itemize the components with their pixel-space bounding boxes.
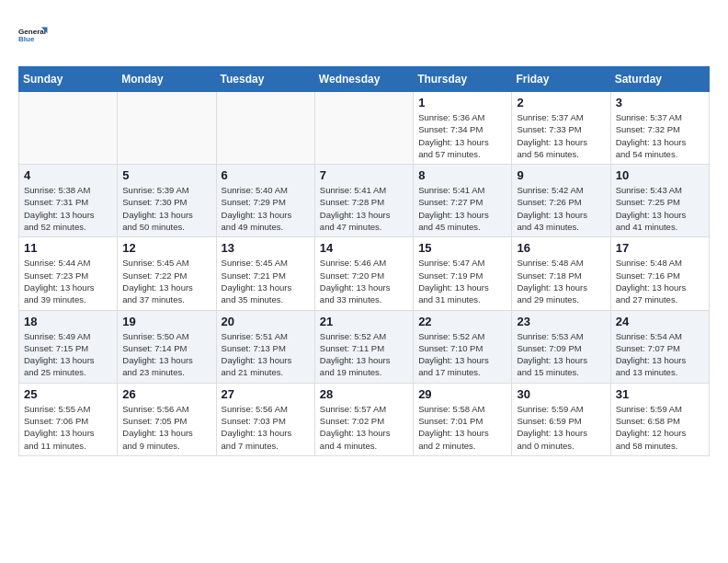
day-info: Sunrise: 5:59 AM Sunset: 6:59 PM Dayligh… xyxy=(517,403,605,452)
calendar-cell: 8Sunrise: 5:41 AM Sunset: 7:27 PM Daylig… xyxy=(414,165,512,237)
weekday-header: Thursday xyxy=(414,67,512,92)
calendar-cell: 23Sunrise: 5:53 AM Sunset: 7:09 PM Dayli… xyxy=(512,310,610,383)
weekday-header: Friday xyxy=(512,67,610,92)
calendar-cell: 31Sunrise: 5:59 AM Sunset: 6:58 PM Dayli… xyxy=(610,383,709,455)
calendar-week-row: 1Sunrise: 5:36 AM Sunset: 7:34 PM Daylig… xyxy=(19,92,710,165)
day-number: 4 xyxy=(24,168,112,182)
day-number: 25 xyxy=(24,387,112,401)
calendar-cell: 30Sunrise: 5:59 AM Sunset: 6:59 PM Dayli… xyxy=(512,383,610,455)
day-number: 1 xyxy=(418,96,506,109)
calendar-cell: 21Sunrise: 5:52 AM Sunset: 7:11 PM Dayli… xyxy=(314,310,413,383)
day-number: 3 xyxy=(616,96,704,109)
day-info: Sunrise: 5:45 AM Sunset: 7:22 PM Dayligh… xyxy=(122,257,210,305)
day-info: Sunrise: 5:49 AM Sunset: 7:15 PM Dayligh… xyxy=(24,330,112,379)
day-info: Sunrise: 5:52 AM Sunset: 7:11 PM Dayligh… xyxy=(320,330,408,379)
weekday-header: Tuesday xyxy=(216,67,314,92)
svg-text:Blue: Blue xyxy=(18,35,35,43)
day-info: Sunrise: 5:54 AM Sunset: 7:07 PM Dayligh… xyxy=(616,330,704,379)
logo-icon: GeneralBlue xyxy=(18,18,51,52)
calendar-cell: 7Sunrise: 5:41 AM Sunset: 7:28 PM Daylig… xyxy=(314,165,413,237)
day-number: 30 xyxy=(517,387,605,401)
day-number: 13 xyxy=(222,241,310,255)
day-number: 28 xyxy=(320,387,408,401)
day-number: 23 xyxy=(517,315,605,328)
calendar-week-row: 18Sunrise: 5:49 AM Sunset: 7:15 PM Dayli… xyxy=(19,310,710,383)
day-number: 16 xyxy=(517,241,605,255)
day-number: 7 xyxy=(320,168,408,182)
day-info: Sunrise: 5:37 AM Sunset: 7:32 PM Dayligh… xyxy=(616,111,704,160)
weekday-header: Saturday xyxy=(610,67,709,92)
day-info: Sunrise: 5:50 AM Sunset: 7:14 PM Dayligh… xyxy=(122,330,210,379)
calendar-cell xyxy=(19,92,118,165)
day-info: Sunrise: 5:56 AM Sunset: 7:05 PM Dayligh… xyxy=(122,403,210,452)
page-header: GeneralBlue xyxy=(18,18,710,52)
day-info: Sunrise: 5:58 AM Sunset: 7:01 PM Dayligh… xyxy=(418,403,506,452)
day-info: Sunrise: 5:41 AM Sunset: 7:27 PM Dayligh… xyxy=(418,184,506,233)
day-number: 19 xyxy=(122,315,210,328)
day-info: Sunrise: 5:57 AM Sunset: 7:02 PM Dayligh… xyxy=(320,403,408,452)
calendar-cell: 13Sunrise: 5:45 AM Sunset: 7:21 PM Dayli… xyxy=(216,237,314,310)
day-number: 31 xyxy=(616,387,704,401)
calendar-cell: 20Sunrise: 5:51 AM Sunset: 7:13 PM Dayli… xyxy=(216,310,314,383)
day-info: Sunrise: 5:40 AM Sunset: 7:29 PM Dayligh… xyxy=(222,184,310,233)
weekday-header: Monday xyxy=(118,67,216,92)
calendar-table: SundayMondayTuesdayWednesdayThursdayFrid… xyxy=(18,66,710,456)
calendar-week-row: 25Sunrise: 5:55 AM Sunset: 7:06 PM Dayli… xyxy=(19,383,710,455)
day-info: Sunrise: 5:43 AM Sunset: 7:25 PM Dayligh… xyxy=(616,184,704,233)
weekday-header: Wednesday xyxy=(314,67,413,92)
calendar-header-row: SundayMondayTuesdayWednesdayThursdayFrid… xyxy=(19,67,710,92)
calendar-cell: 18Sunrise: 5:49 AM Sunset: 7:15 PM Dayli… xyxy=(19,310,118,383)
calendar-cell: 19Sunrise: 5:50 AM Sunset: 7:14 PM Dayli… xyxy=(118,310,216,383)
day-number: 24 xyxy=(616,315,704,328)
day-number: 2 xyxy=(517,96,605,109)
day-info: Sunrise: 5:45 AM Sunset: 7:21 PM Dayligh… xyxy=(222,257,310,305)
day-info: Sunrise: 5:55 AM Sunset: 7:06 PM Dayligh… xyxy=(24,403,112,452)
day-number: 8 xyxy=(418,168,506,182)
day-info: Sunrise: 5:37 AM Sunset: 7:33 PM Dayligh… xyxy=(517,111,605,160)
day-info: Sunrise: 5:38 AM Sunset: 7:31 PM Dayligh… xyxy=(24,184,112,233)
svg-text:General: General xyxy=(18,28,46,36)
calendar-cell: 12Sunrise: 5:45 AM Sunset: 7:22 PM Dayli… xyxy=(118,237,216,310)
day-info: Sunrise: 5:56 AM Sunset: 7:03 PM Dayligh… xyxy=(222,403,310,452)
day-number: 14 xyxy=(320,241,408,255)
day-number: 18 xyxy=(24,315,112,328)
calendar-cell: 9Sunrise: 5:42 AM Sunset: 7:26 PM Daylig… xyxy=(512,165,610,237)
day-info: Sunrise: 5:41 AM Sunset: 7:28 PM Dayligh… xyxy=(320,184,408,233)
calendar-cell xyxy=(314,92,413,165)
day-info: Sunrise: 5:36 AM Sunset: 7:34 PM Dayligh… xyxy=(418,111,506,160)
day-number: 27 xyxy=(222,387,310,401)
calendar-cell: 10Sunrise: 5:43 AM Sunset: 7:25 PM Dayli… xyxy=(610,165,709,237)
day-number: 15 xyxy=(418,241,506,255)
calendar-cell: 16Sunrise: 5:48 AM Sunset: 7:18 PM Dayli… xyxy=(512,237,610,310)
calendar-cell: 1Sunrise: 5:36 AM Sunset: 7:34 PM Daylig… xyxy=(414,92,512,165)
day-info: Sunrise: 5:44 AM Sunset: 7:23 PM Dayligh… xyxy=(24,257,112,305)
calendar-cell: 24Sunrise: 5:54 AM Sunset: 7:07 PM Dayli… xyxy=(610,310,709,383)
calendar-cell xyxy=(118,92,216,165)
day-info: Sunrise: 5:51 AM Sunset: 7:13 PM Dayligh… xyxy=(222,330,310,379)
day-number: 5 xyxy=(122,168,210,182)
calendar-cell: 25Sunrise: 5:55 AM Sunset: 7:06 PM Dayli… xyxy=(19,383,118,455)
calendar-cell: 6Sunrise: 5:40 AM Sunset: 7:29 PM Daylig… xyxy=(216,165,314,237)
day-number: 26 xyxy=(122,387,210,401)
calendar-cell: 14Sunrise: 5:46 AM Sunset: 7:20 PM Dayli… xyxy=(314,237,413,310)
day-number: 11 xyxy=(24,241,112,255)
day-number: 17 xyxy=(616,241,704,255)
calendar-cell: 3Sunrise: 5:37 AM Sunset: 7:32 PM Daylig… xyxy=(610,92,709,165)
day-info: Sunrise: 5:39 AM Sunset: 7:30 PM Dayligh… xyxy=(122,184,210,233)
calendar-cell: 22Sunrise: 5:52 AM Sunset: 7:10 PM Dayli… xyxy=(414,310,512,383)
day-info: Sunrise: 5:59 AM Sunset: 6:58 PM Dayligh… xyxy=(616,403,704,452)
calendar-cell: 29Sunrise: 5:58 AM Sunset: 7:01 PM Dayli… xyxy=(414,383,512,455)
calendar-cell: 27Sunrise: 5:56 AM Sunset: 7:03 PM Dayli… xyxy=(216,383,314,455)
day-info: Sunrise: 5:52 AM Sunset: 7:10 PM Dayligh… xyxy=(418,330,506,379)
calendar-cell: 2Sunrise: 5:37 AM Sunset: 7:33 PM Daylig… xyxy=(512,92,610,165)
day-number: 10 xyxy=(616,168,704,182)
calendar-week-row: 4Sunrise: 5:38 AM Sunset: 7:31 PM Daylig… xyxy=(19,165,710,237)
day-number: 9 xyxy=(517,168,605,182)
weekday-header: Sunday xyxy=(19,67,118,92)
day-info: Sunrise: 5:47 AM Sunset: 7:19 PM Dayligh… xyxy=(418,257,506,305)
logo: GeneralBlue xyxy=(18,18,51,52)
day-info: Sunrise: 5:42 AM Sunset: 7:26 PM Dayligh… xyxy=(517,184,605,233)
day-number: 21 xyxy=(320,315,408,328)
day-number: 29 xyxy=(418,387,506,401)
calendar-cell: 26Sunrise: 5:56 AM Sunset: 7:05 PM Dayli… xyxy=(118,383,216,455)
